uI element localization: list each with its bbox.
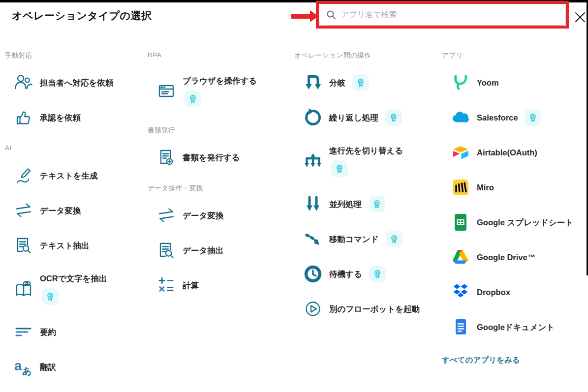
search-input[interactable]: [341, 10, 548, 19]
browser-icon: [156, 81, 176, 101]
certified-badge-icon: [369, 266, 386, 282]
item-label: 移動コマンド: [329, 233, 379, 245]
app-item-google-drive[interactable]: Google Drive™: [442, 246, 585, 268]
item-label: Airtable(OAuth): [477, 147, 537, 159]
item-label: テキスト抽出: [40, 240, 90, 252]
item-label: ブラウザを操作する: [183, 75, 257, 87]
launch-flowbot-icon: [303, 299, 323, 319]
operation-type-select-modal: オペレーションタイプの選択 手動対応 担当者へ対応を依頼: [0, 0, 588, 392]
app-item-salesforce[interactable]: Salesforce: [442, 107, 585, 128]
operation-item-summary[interactable]: 要約: [5, 321, 142, 343]
wait-clock-icon: [303, 264, 323, 284]
column-rpa-docs-dataops: RPA ブラウザを操作する 書類発行: [148, 51, 291, 309]
operation-item-generate-text[interactable]: テキストを生成: [5, 165, 142, 186]
item-label: 要約: [40, 326, 56, 338]
operation-item-text-extract[interactable]: テキスト抽出: [5, 235, 142, 256]
item-label: データ変換: [183, 210, 223, 222]
section-title-dataops: データ操作・変換: [148, 184, 291, 192]
google-sheets-logo-icon: [451, 212, 470, 232]
certified-badge-icon: [185, 90, 201, 107]
item-label: Google スプレッドシート: [477, 216, 579, 229]
item-label: Miro: [477, 181, 494, 194]
item-label: Dropbox: [477, 286, 510, 299]
section-title-flow-ops: オペレーション間の操作: [294, 51, 441, 60]
certified-badge-icon: [386, 231, 402, 247]
airtable-logo-icon: [451, 143, 470, 162]
app-item-dropbox[interactable]: Dropbox: [442, 281, 585, 303]
annotation-arrow: [291, 14, 312, 19]
translate-icon: a あ: [14, 357, 33, 377]
column-apps: アプリ Yoom Salesforce: [442, 51, 585, 365]
miro-logo-icon: [451, 178, 470, 197]
swap-arrows-icon: [156, 206, 176, 225]
app-item-miro[interactable]: Miro: [442, 177, 585, 198]
document-search-icon: [14, 236, 33, 255]
item-label: 待機する: [329, 268, 362, 280]
close-icon[interactable]: [572, 9, 588, 26]
app-item-google-docs[interactable]: Googleドキュメント: [442, 316, 585, 338]
see-all-apps-link[interactable]: すべてのアプリをみる: [442, 355, 520, 365]
item-label: 翻訳: [40, 361, 56, 373]
operation-item-request-approval[interactable]: 承認を依頼: [5, 107, 142, 128]
operation-item-calc[interactable]: 計算: [148, 274, 291, 296]
item-label: Salesforce: [477, 112, 518, 124]
document-add-icon: [156, 148, 176, 167]
generate-text-icon: [14, 166, 33, 185]
item-label: テキストを生成: [40, 170, 97, 182]
operation-item-branch[interactable]: 分岐: [294, 72, 441, 93]
operation-item-translate[interactable]: a あ 翻訳: [5, 356, 142, 378]
document-search-icon: [156, 241, 176, 260]
item-label: Googleドキュメント: [477, 321, 555, 333]
operation-item-request-staff[interactable]: 担当者へ対応を依頼: [5, 72, 142, 93]
certified-badge-icon: [369, 196, 385, 212]
operation-item-ocr[interactable]: OCRで文字を抽出: [5, 270, 142, 308]
operation-item-wait[interactable]: 待機する: [294, 263, 441, 285]
search-icon: [326, 10, 336, 20]
item-label: 書類を発行する: [183, 151, 240, 164]
item-label: OCRで文字を抽出: [40, 272, 107, 285]
parallel-arrows-icon: [303, 194, 323, 214]
google-docs-logo-icon: [451, 317, 470, 337]
search-box[interactable]: [319, 4, 566, 26]
app-item-yoom[interactable]: Yoom: [442, 72, 585, 93]
item-label: 別のフローボットを起動: [329, 303, 420, 315]
switch-path-icon: [303, 151, 323, 171]
dropbox-logo-icon: [451, 282, 470, 302]
operation-item-issue-document[interactable]: 書類を発行する: [148, 147, 291, 168]
operation-item-browser[interactable]: ブラウザを操作する: [148, 72, 291, 110]
yoom-logo-icon: [451, 73, 470, 92]
summary-lines-icon: [14, 322, 33, 342]
page-title: オペレーションタイプの選択: [12, 9, 152, 23]
section-title-ai: AI: [5, 144, 142, 152]
item-label: 担当者へ対応を依頼: [40, 77, 113, 89]
operation-item-data-convert-2[interactable]: データ変換: [148, 205, 291, 226]
item-label: 分岐: [329, 77, 345, 89]
column-flow-operations: オペレーション間の操作 分岐: [294, 51, 441, 333]
section-title-manual: 手動対応: [5, 51, 142, 60]
svg-text:あ: あ: [22, 366, 31, 376]
app-item-airtable[interactable]: Airtable(OAuth): [442, 142, 585, 163]
section-title-rpa: RPA: [148, 51, 291, 60]
swap-arrows-icon: [14, 201, 33, 220]
thumbs-up-icon: [14, 108, 33, 127]
item-label: 進行先を切り替える: [329, 145, 403, 157]
operation-item-data-convert[interactable]: データ変換: [5, 200, 142, 221]
item-label: Google Drive™: [477, 251, 535, 264]
operation-item-data-extract[interactable]: データ抽出: [148, 240, 291, 261]
operation-item-launch-flowbot[interactable]: 別のフローボットを起動: [294, 298, 441, 320]
operation-item-parallel[interactable]: 並列処理: [294, 193, 441, 215]
certified-badge-icon: [525, 109, 541, 126]
calculator-icon: [156, 275, 176, 295]
item-label: データ抽出: [183, 244, 223, 257]
annotation-highlight-box: [316, 1, 569, 29]
operation-item-move-command[interactable]: 移動コマンド: [294, 228, 441, 250]
section-title-apps: アプリ: [442, 51, 585, 60]
google-drive-logo-icon: [451, 247, 470, 267]
item-label: 計算: [183, 279, 199, 292]
item-label: 繰り返し処理: [329, 112, 378, 124]
operation-item-repeat[interactable]: 繰り返し処理: [294, 107, 441, 128]
operation-item-switch-path[interactable]: 進行先を切り替える: [294, 142, 441, 180]
svg-text:a: a: [14, 359, 22, 373]
app-item-google-sheets[interactable]: Google スプレッドシート: [442, 211, 585, 233]
people-icon: [14, 73, 33, 92]
